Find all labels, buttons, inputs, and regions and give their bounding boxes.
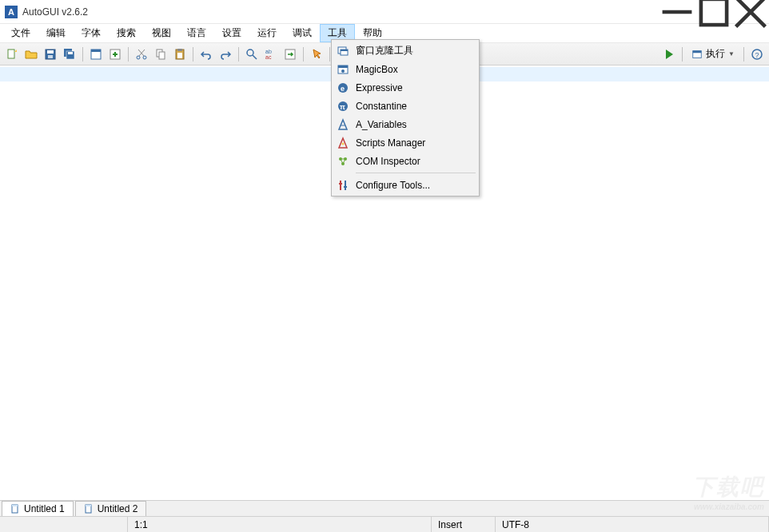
svg-point-39	[341, 69, 345, 73]
toolbar-separator	[682, 47, 683, 62]
svg-rect-24	[177, 53, 182, 58]
new-file-icon[interactable]	[3, 46, 21, 63]
svg-rect-12	[91, 50, 101, 52]
svg-rect-59	[86, 505, 91, 506]
svg-point-17	[143, 56, 146, 59]
menu-item-label: 窗口克隆工具	[356, 44, 413, 58]
menu-language[interactable]: 语言	[179, 24, 214, 42]
help-icon[interactable]: ?	[748, 46, 766, 63]
toolbar-separator	[329, 47, 330, 62]
close-button[interactable]	[732, 0, 769, 23]
svg-rect-38	[338, 66, 348, 68]
menu-edit[interactable]: 编辑	[38, 24, 74, 42]
save-all-icon[interactable]	[61, 46, 78, 63]
document-tabs: Untitled 1 Untitled 2	[0, 500, 769, 516]
menu-item-scripts-manager[interactable]: Scripts Manager	[333, 133, 477, 152]
svg-point-16	[137, 56, 140, 59]
menu-separator	[356, 173, 476, 173]
menu-view[interactable]: 视图	[144, 24, 179, 42]
paste-icon[interactable]	[171, 46, 189, 63]
tab-label: Untitled 2	[98, 503, 138, 514]
svg-rect-31	[693, 50, 702, 53]
toolbar-separator	[82, 47, 83, 62]
svg-rect-7	[48, 55, 53, 58]
svg-rect-52	[340, 181, 341, 190]
menu-item-com-inspector[interactable]: COM Inspector	[333, 152, 477, 170]
menu-item-avariables[interactable]: A_Variables	[333, 115, 477, 133]
svg-text:π: π	[340, 103, 345, 111]
menu-item-configure-tools[interactable]: Configure Tools...	[333, 176, 477, 194]
document-icon	[84, 504, 94, 514]
svg-line-19	[138, 50, 144, 56]
chevron-down-icon: ▼	[728, 50, 735, 58]
svg-text:ac: ac	[265, 54, 272, 60]
cut-icon[interactable]	[133, 46, 150, 63]
menu-run[interactable]: 运行	[249, 24, 285, 42]
maximize-button[interactable]	[695, 0, 732, 23]
menu-item-expressive[interactable]: e Expressive	[333, 78, 477, 97]
menu-item-label: Scripts Manager	[356, 137, 425, 149]
svg-rect-57	[12, 505, 18, 506]
copy-icon[interactable]	[152, 46, 169, 63]
status-bar: 1:1 Insert UTF-8	[0, 516, 769, 532]
run-icon[interactable]	[660, 46, 678, 63]
svg-rect-21	[159, 52, 165, 59]
add-control-icon[interactable]	[106, 46, 124, 63]
execute-label: 执行	[706, 47, 725, 61]
svg-rect-36	[341, 50, 348, 51]
execute-button[interactable]: 执行 ▼	[687, 46, 739, 63]
toolbar-separator	[743, 47, 744, 62]
svg-rect-53	[345, 181, 346, 190]
menu-item-label: COM Inspector	[356, 156, 420, 167]
redo-icon[interactable]	[217, 46, 234, 63]
configure-icon	[337, 179, 349, 192]
svg-rect-1	[701, 0, 727, 25]
svg-text:ab: ab	[265, 49, 272, 54]
svg-rect-10	[68, 52, 73, 54]
tools-dropdown: 窗口克隆工具 MagicBox e Expressive π Constanti…	[331, 39, 480, 197]
menu-search[interactable]: 搜索	[109, 24, 144, 42]
menu-file[interactable]: 文件	[3, 24, 38, 42]
form-icon[interactable]	[87, 46, 105, 63]
undo-icon[interactable]	[197, 46, 215, 63]
scripts-icon	[337, 137, 349, 149]
toolbar-separator	[238, 47, 239, 62]
status-mode: Insert	[432, 517, 496, 532]
pointer-icon[interactable]	[308, 46, 325, 63]
svg-point-25	[247, 50, 253, 56]
execute-icon	[691, 49, 703, 60]
svg-text:e: e	[341, 85, 345, 93]
menu-debug[interactable]: 调试	[285, 24, 320, 42]
title-bar: A AutoGUI v2.6.2	[0, 0, 769, 24]
magicbox-icon	[337, 63, 349, 76]
minimize-button[interactable]	[659, 0, 695, 23]
app-icon: A	[5, 6, 18, 18]
window-clone-icon	[337, 45, 349, 58]
menu-item-label: Constantine	[356, 101, 407, 112]
menu-item-label: MagicBox	[356, 64, 398, 75]
status-position: 1:1	[128, 517, 432, 532]
goto-icon[interactable]	[281, 46, 299, 63]
tab-untitled-2[interactable]: Untitled 2	[75, 501, 147, 516]
menu-item-window-clone[interactable]: 窗口克隆工具	[333, 42, 477, 60]
open-folder-icon[interactable]	[22, 46, 40, 63]
menu-settings[interactable]: 设置	[214, 24, 249, 42]
replace-icon[interactable]: abac	[262, 46, 280, 63]
avariables-icon	[337, 118, 349, 131]
toolbar-separator	[128, 47, 129, 62]
status-spacer	[0, 517, 128, 532]
tab-untitled-1[interactable]: Untitled 1	[2, 501, 74, 516]
svg-line-26	[253, 55, 257, 59]
tab-label: Untitled 1	[24, 503, 65, 514]
find-icon[interactable]	[243, 46, 261, 63]
menu-item-magicbox[interactable]: MagicBox	[333, 60, 477, 78]
toolbar-separator	[303, 47, 304, 62]
status-encoding: UTF-8	[496, 517, 769, 532]
save-icon[interactable]	[42, 46, 59, 63]
menu-item-label: A_Variables	[356, 119, 407, 130]
svg-rect-55	[344, 186, 347, 188]
window-controls	[659, 0, 769, 23]
menu-item-constantine[interactable]: π Constantine	[333, 97, 477, 115]
svg-rect-4	[8, 50, 14, 58]
menu-font[interactable]: 字体	[74, 24, 109, 42]
